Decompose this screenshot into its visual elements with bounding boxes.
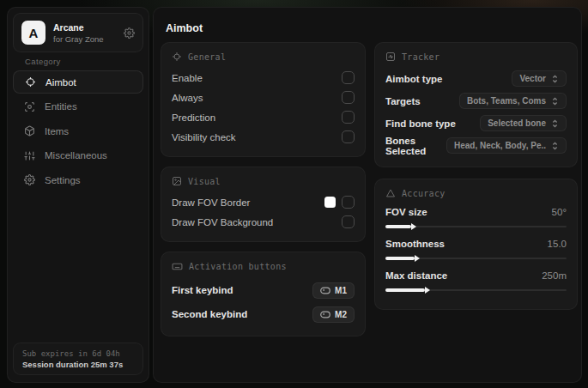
image-icon [172,176,182,186]
general-card: General Enable Always Prediction Visibil… [161,42,366,157]
keybind-row-first: First keybind M1 [172,278,355,302]
dropdown-row-bones-selected: Bones Selected Head, Neck, Body, Pe.. [385,135,567,156]
dropdown-label: Aimbot type [385,74,442,84]
header-gear-icon[interactable] [124,27,135,39]
smoothness-slider[interactable] [385,253,567,264]
dropdown-label: Find bone type [385,118,456,129]
toggle-label: Enable [172,73,203,83]
crosshair-icon [172,52,182,62]
main-panel: Aimbot General Enable Always [153,7,582,383]
sidebar: A Arcane for Gray Zone Category Aimbot E… [7,7,149,383]
box-icon [24,125,35,136]
toggle-label: Prediction [172,112,215,123]
sub-expires-text: Sub expires in 6d 04h [22,349,134,358]
sidebar-item-settings[interactable]: Settings [13,168,143,191]
prediction-checkbox[interactable] [342,111,355,124]
max-distance-slider[interactable] [385,285,567,295]
toggle-label: Always [172,93,203,103]
slider-fill [385,225,411,228]
session-duration-text: Session duration 25m 37s [22,360,134,369]
slider-value: 250m [542,270,567,281]
fov-border-color-swatch[interactable] [324,197,336,208]
fov-size-slider[interactable] [385,221,567,232]
find-bone-type-dropdown[interactable]: Selected bone [480,115,567,131]
slider-value: 15.0 [548,239,567,249]
triangle-icon [385,188,396,198]
chevron-up-down-icon [551,119,559,128]
visual-card: Visual Draw FOV Border Draw FOV Backgrou… [161,167,366,242]
dropdown-label: Targets [385,96,421,106]
tracker-card: Tracker Aimbot type Vector Targets Bots,… [374,42,578,167]
draw-fov-border-checkbox[interactable] [342,196,355,209]
dropdown-value: Head, Neck, Body, Pe.. [454,141,546,150]
section-title: General [188,52,226,62]
keyboard-icon [172,261,183,272]
slider-group-fov-size: FOV size 50° [385,204,567,232]
second-keybind-button[interactable]: M2 [312,306,355,323]
chevron-up-down-icon [551,142,559,150]
aimbot-type-dropdown[interactable]: Vector [512,70,567,87]
sidebar-item-items[interactable]: Items [13,119,143,142]
keybind-label: First keybind [172,285,233,295]
activation-buttons-card: Activation buttons First keybind M1 Seco… [161,252,366,336]
keybind-label: Second keybind [172,309,247,319]
slider-label: Smoothness [385,239,445,249]
chevron-up-down-icon [551,75,559,83]
draw-fov-background-checkbox[interactable] [342,215,355,228]
sidebar-item-miscellaneous[interactable]: Miscellaneous [13,144,143,167]
toggle-row-always: Always [172,88,355,107]
toggle-label: Visibility check [172,132,236,142]
activity-icon [385,52,396,62]
dropdown-value: Selected bone [488,118,546,128]
slider-label: FOV size [385,207,427,217]
dropdown-label: Bones Selected [385,136,446,156]
subscription-info: Sub expires in 6d 04h Session duration 2… [13,343,143,375]
app-logo: A [21,21,45,45]
section-title: Activation buttons [189,262,287,271]
always-checkbox[interactable] [342,91,355,104]
slider-group-smoothness: Smoothness 15.0 [385,236,567,264]
keybind-value: M1 [335,286,347,295]
chevron-up-down-icon [551,97,559,106]
section-title: Visual [188,177,221,186]
section-title: Accuracy [402,189,446,198]
app-title: Arcane [53,22,124,33]
category-label: Category [25,57,61,66]
page-title: Aimbot [166,22,203,34]
toggle-row-enable: Enable [172,68,355,88]
dropdown-row-targets: Targets Bots, Teams, Coms [385,90,567,112]
slider-thumb[interactable] [425,287,430,294]
sidebar-item-label: Miscellaneous [45,150,107,161]
slider-thumb[interactable] [415,255,420,262]
keybind-row-second: Second keybind M2 [172,302,355,326]
toggle-row-prediction: Prediction [172,107,355,127]
bones-selected-dropdown[interactable]: Head, Neck, Body, Pe.. [446,137,567,154]
sidebar-item-label: Aimbot [45,77,76,88]
keybind-value: M2 [335,310,347,319]
targets-dropdown[interactable]: Bots, Teams, Coms [459,93,567,109]
enable-checkbox[interactable] [342,71,355,84]
sidebar-item-aimbot[interactable]: Aimbot [13,70,143,94]
first-keybind-button[interactable]: M1 [312,282,355,299]
dropdown-value: Bots, Teams, Coms [467,96,546,106]
slider-value: 50° [552,207,567,217]
toggle-row-draw-fov-border: Draw FOV Border [172,192,355,212]
sidebar-item-entities[interactable]: Entities [13,95,143,118]
slider-label: Max distance [385,270,447,281]
slider-thumb[interactable] [411,223,416,230]
dropdown-value: Vector [519,74,546,83]
slider-fill [385,257,415,260]
sliders-icon [24,150,35,161]
mouse-icon [320,311,330,318]
sidebar-item-label: Items [45,126,69,136]
crosshair-icon [25,76,36,88]
app-header: A Arcane for Gray Zone [13,13,143,52]
accuracy-card: Accuracy FOV size 50° Smoothness [374,179,578,310]
visibility-check-checkbox[interactable] [342,130,355,143]
app-subtitle: for Gray Zone [53,34,124,44]
section-title: Tracker [402,52,439,62]
sidebar-menu: Aimbot Entities Items Miscellaneous Sett… [13,70,143,193]
slider-fill [385,288,425,292]
dropdown-row-find-bone-type: Find bone type Selected bone [385,112,567,134]
gear-icon [24,174,35,185]
